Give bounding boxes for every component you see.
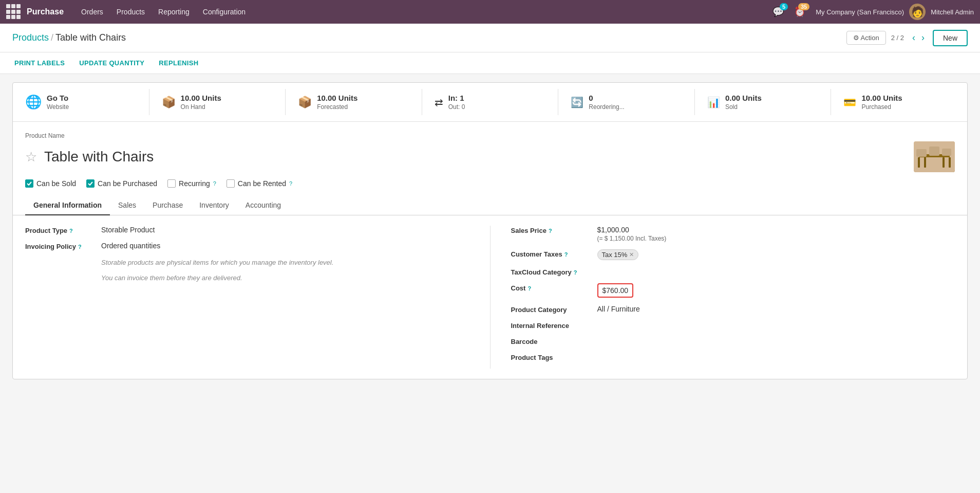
tax-label: Tax 15% [602,251,628,259]
recurring-help[interactable]: ? [213,180,216,187]
can-be-purchased-box [86,179,95,188]
recurring-box [167,179,176,188]
new-button[interactable]: New [933,30,968,46]
stat-sold[interactable]: 📊 0.00 Units Sold [695,89,832,115]
reordering-stat-text: 0 Reordering... [589,93,624,111]
sold-icon: 📊 [707,96,720,108]
top-navigation: Purchase Orders Products Reporting Confi… [0,0,980,24]
user-name[interactable]: Mitchell Admin [931,8,974,16]
cost-help[interactable]: ? [527,285,531,291]
website-stat-line2: Website [47,103,69,112]
company-name[interactable]: My Company (San Francisco) [816,8,904,16]
tab-accounting[interactable]: Accounting [237,196,289,215]
product-type-row: Product Type ? Storable Product [25,226,469,234]
action-button[interactable]: ⚙ Action [846,31,886,45]
stat-on-hand[interactable]: 📦 10.00 Units On Hand [149,89,286,115]
can-be-rented-help[interactable]: ? [289,180,292,187]
main-content: 🌐 Go To Website 📦 10.00 Units On Hand 📦 … [0,74,980,493]
sales-price-note: (= $ 1,150.00 Incl. Taxes) [597,235,667,242]
replenish-button[interactable]: REPLENISH [157,59,200,67]
on-hand-icon: 📦 [162,96,176,109]
can-be-sold-checkbox[interactable]: Can be Sold [25,179,76,188]
user-avatar[interactable]: 🧑 [909,4,926,20]
product-note1: Storable products are physical items for… [101,258,469,268]
product-category-label: Product Category [511,305,593,314]
stat-go-to-website[interactable]: 🌐 Go To Website [13,89,149,115]
product-thumbnail[interactable] [914,141,955,172]
stat-purchased[interactable]: 💳 10.00 Units Purchased [831,89,967,115]
breadcrumb-parent[interactable]: Products [12,32,49,43]
taxcloud-help[interactable]: ? [574,269,577,276]
product-name-left: ☆ Table with Chairs [25,149,154,165]
clock-button[interactable]: ⏰ 35 [794,6,805,17]
sold-value: 0.00 Units [725,93,762,103]
page-counter: 2 / 2 [891,34,904,42]
stat-forecasted[interactable]: 📦 10.00 Units Forecasted [286,89,422,115]
product-name-label: Product Name [25,132,955,139]
prev-button[interactable]: ‹ [909,30,918,45]
reordering-icon: 🔄 [571,96,583,108]
tabs-row: General Information Sales Purchase Inven… [13,196,967,215]
forecasted-stat-text: 10.00 Units Forecasted [317,93,357,111]
nav-configuration[interactable]: Configuration [197,0,252,24]
sales-price-help[interactable]: ? [549,228,552,234]
website-icon: 🌐 [25,94,42,110]
in-out-stat-text: In: 1 Out: 0 [448,93,465,111]
taxcloud-category-row: TaxCloud Category ? [511,267,955,276]
stat-in-out[interactable]: ⇄ In: 1 Out: 0 [422,89,559,115]
sales-price-value[interactable]: $1,000.00 [597,226,667,234]
product-tags-label: Product Tags [511,353,593,361]
stat-reordering[interactable]: 🔄 0 Reordering... [558,89,695,115]
tab-sales[interactable]: Sales [110,196,144,215]
product-tags-row: Product Tags [511,353,955,361]
website-stat-line1: Go To [47,93,69,103]
tax-close-button[interactable]: ✕ [629,251,634,258]
favorite-star[interactable]: ☆ [25,150,37,163]
svg-rect-2 [918,157,920,168]
brand-name[interactable]: Purchase [27,7,64,16]
can-be-rented-box [227,179,235,188]
form-right: Sales Price ? $1,000.00 (= $ 1,150.00 In… [490,226,955,369]
purchased-value: 10.00 Units [861,93,902,103]
nav-reporting[interactable]: Reporting [152,0,196,24]
website-stat-text: Go To Website [47,93,69,111]
svg-rect-5 [943,157,945,168]
print-labels-button[interactable]: PRINT LABELS [12,59,67,67]
customer-taxes-help[interactable]: ? [564,251,568,258]
in-value: In: 1 [448,93,465,103]
invoicing-policy-label: Invoicing Policy ? [25,242,97,250]
update-quantity-button[interactable]: UPDATE QUANTITY [77,59,146,67]
barcode-row: Barcode [511,337,955,345]
cost-field[interactable]: $760.00 [597,283,634,298]
product-card: 🌐 Go To Website 📦 10.00 Units On Hand 📦 … [12,82,968,379]
chat-badge: 5 [780,3,788,10]
next-button[interactable]: › [918,30,928,45]
internal-reference-row: Internal Reference [511,321,955,330]
recurring-checkbox[interactable]: Recurring ? [167,179,216,188]
nav-products[interactable]: Products [110,0,151,24]
cost-row: Cost ? $760.00 [511,283,955,298]
tab-purchase[interactable]: Purchase [144,196,191,215]
reordering-label: Reordering... [589,103,624,112]
product-type-help[interactable]: ? [69,228,73,234]
svg-rect-6 [916,149,927,157]
invoicing-policy-help[interactable]: ? [78,244,82,250]
in-out-icon: ⇄ [435,96,443,108]
can-be-purchased-checkbox[interactable]: Can be Purchased [86,179,157,188]
product-category-value: All / Furniture [597,305,955,313]
nav-arrows: ‹ › [909,30,928,45]
nav-orders[interactable]: Orders [75,0,109,24]
clock-badge: 35 [798,3,809,10]
cost-label: Cost ? [511,283,593,292]
svg-rect-3 [949,157,951,168]
taxcloud-label: TaxCloud Category ? [511,267,593,276]
can-be-rented-checkbox[interactable]: Can be Rented ? [227,179,292,188]
tab-general-information[interactable]: General Information [25,196,110,215]
apps-icon[interactable] [6,4,22,20]
product-info: Product Name ☆ Table with Chairs [13,122,967,379]
tax-badge[interactable]: Tax 15% ✕ [597,249,639,260]
sales-price-value-group: $1,000.00 (= $ 1,150.00 Incl. Taxes) [597,226,667,242]
chat-button[interactable]: 💬 5 [772,6,784,17]
tab-inventory[interactable]: Inventory [191,196,237,215]
page-actions: ⚙ Action 2 / 2 ‹ › New [846,30,968,46]
